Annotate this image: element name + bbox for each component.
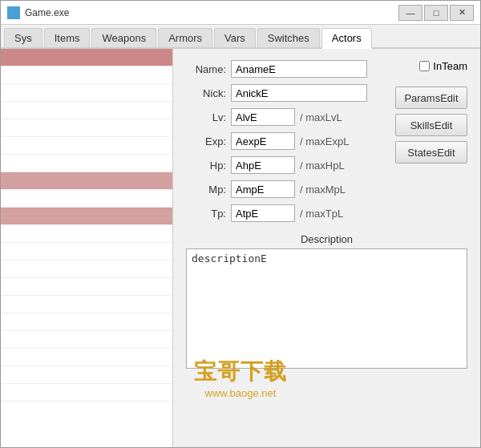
form-and-buttons: Name: Nick: Lv: / maxLvL [186, 60, 467, 222]
window-controls: — □ ✕ [398, 5, 474, 21]
buttons-section: InTeam ParamsEdit SkillsEdit StatesEdit [379, 60, 467, 222]
inteam-checkbox-area: InTeam [419, 60, 467, 72]
form-section: Name: Nick: Lv: / maxLvL [186, 60, 379, 222]
mp-label: Mp: [186, 184, 226, 196]
skills-edit-button[interactable]: SkillsEdit [395, 114, 467, 136]
tab-sys[interactable]: Sys [4, 28, 42, 47]
close-button[interactable]: ✕ [450, 5, 474, 21]
tp-label: Tp: [186, 208, 226, 220]
name-row: Name: [186, 60, 379, 78]
tab-actors[interactable]: Actors [321, 28, 372, 49]
nick-input[interactable] [231, 84, 367, 102]
editor-panel: Name: Nick: Lv: / maxLvL [173, 49, 480, 447]
tp-input[interactable] [231, 204, 295, 222]
content-wrapper: Name: Nick: Lv: / maxLvL [1, 49, 480, 447]
hp-input[interactable] [231, 156, 295, 174]
list-item[interactable] [1, 190, 172, 208]
tab-armors[interactable]: Armors [158, 28, 212, 47]
list-item[interactable] [1, 243, 172, 260]
inteam-label: InTeam [433, 60, 467, 72]
app-icon [7, 6, 20, 19]
list-item[interactable] [1, 172, 172, 190]
tp-suffix: / maxTpL [300, 208, 343, 220]
exp-label: Exp: [186, 135, 226, 147]
lv-suffix: / maxLvL [300, 111, 342, 123]
states-edit-button[interactable]: StatesEdit [395, 141, 467, 163]
nick-label: Nick: [186, 87, 226, 99]
list-item[interactable] [1, 225, 172, 243]
lv-label: Lv: [186, 111, 226, 123]
exp-input[interactable] [231, 132, 295, 150]
list-item[interactable] [1, 331, 172, 349]
description-label: Description [186, 233, 467, 245]
list-item[interactable] [1, 384, 172, 402]
tab-switches[interactable]: Switches [257, 28, 320, 47]
tab-weapons[interactable]: Weapons [91, 28, 156, 47]
mp-input[interactable] [231, 180, 295, 198]
list-item[interactable] [1, 137, 172, 155]
list-item[interactable] [1, 278, 172, 296]
tp-row: Tp: / maxTpL [186, 204, 379, 222]
list-item[interactable] [1, 208, 172, 225]
nick-row: Nick: [186, 84, 379, 102]
list-item[interactable] [1, 366, 172, 384]
params-edit-button[interactable]: ParamsEdit [395, 87, 467, 109]
list-item[interactable] [1, 102, 172, 119]
exp-row: Exp: / maxExpL [186, 132, 379, 150]
hp-label: Hp: [186, 159, 226, 172]
list-panel [1, 49, 173, 447]
inteam-checkbox[interactable] [419, 61, 430, 71]
tab-vars[interactable]: Vars [214, 28, 256, 47]
exp-suffix: / maxExpL [300, 135, 349, 147]
list-item[interactable] [1, 49, 172, 67]
lv-row: Lv: / maxLvL [186, 108, 379, 126]
list-item[interactable] [1, 349, 172, 366]
hp-suffix: / maxHpL [300, 159, 345, 172]
list-item[interactable] [1, 260, 172, 278]
name-label: Name: [186, 63, 226, 75]
content-area: Name: Nick: Lv: / maxLvL [1, 49, 480, 447]
hp-row: Hp: / maxHpL [186, 156, 379, 174]
list-item[interactable] [1, 119, 172, 137]
minimize-button[interactable]: — [398, 5, 422, 21]
list-item[interactable] [1, 67, 172, 84]
list-item[interactable] [1, 155, 172, 172]
mp-row: Mp: / maxMpL [186, 180, 379, 198]
lv-input[interactable] [231, 108, 295, 126]
description-section: Description [186, 233, 467, 371]
tab-bar: Sys Items Weapons Armors Vars Switches A… [1, 25, 480, 49]
window-title: Game.exe [25, 7, 398, 18]
name-input[interactable] [231, 60, 367, 78]
description-input[interactable] [186, 248, 467, 369]
maximize-button[interactable]: □ [424, 5, 448, 21]
list-item[interactable] [1, 296, 172, 313]
title-bar: Game.exe — □ ✕ [1, 1, 480, 25]
tab-items[interactable]: Items [44, 28, 91, 47]
mp-suffix: / maxMpL [300, 184, 346, 196]
list-item[interactable] [1, 313, 172, 331]
main-window: Game.exe — □ ✕ Sys Items Weapons Armors … [0, 0, 481, 448]
list-item[interactable] [1, 84, 172, 102]
